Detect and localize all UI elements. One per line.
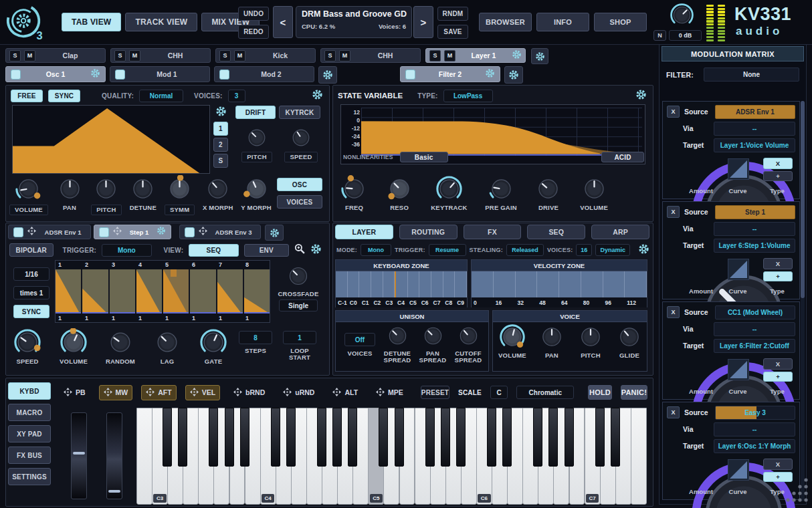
sidebar-xy-pad[interactable]: XY PAD [8, 425, 51, 442]
mod-source-select[interactable]: Step 1 [715, 205, 795, 219]
module-tab-gear-icon[interactable] [90, 68, 100, 81]
osc-waveform-display[interactable] [12, 105, 210, 174]
unison-voices-select[interactable]: Off [344, 333, 375, 346]
env-add-gear-icon[interactable] [265, 225, 284, 241]
toggle-aft[interactable]: AFT [141, 385, 176, 400]
zone-segment[interactable] [419, 271, 431, 297]
hold-button[interactable]: HOLD [588, 385, 612, 400]
drift-pitch-knob[interactable] [245, 126, 269, 150]
mod-type-x-button[interactable]: X [763, 258, 793, 269]
zone-segment[interactable] [348, 271, 360, 297]
step-cell-3[interactable] [110, 269, 135, 313]
layer-tab-layer-1[interactable]: SMLayer 1 [425, 48, 526, 63]
preset-scale-button[interactable]: PRESET [421, 386, 449, 399]
zone-segment[interactable] [383, 271, 395, 297]
mm-filter-select[interactable]: None [704, 68, 799, 82]
white-key-F7[interactable] [631, 408, 647, 505]
bipolar-button[interactable]: BIPOLAR [9, 243, 54, 257]
layer-page-tab-layer[interactable]: LAYER [335, 225, 393, 239]
save-button[interactable]: SAVE [437, 25, 468, 39]
nav-info-button[interactable]: INFO [536, 13, 589, 31]
black-key[interactable] [379, 408, 388, 467]
view-tab-track-view[interactable]: TRACK VIEW [125, 13, 197, 31]
mod-type-plus-button[interactable]: + [763, 171, 793, 181]
mute-button[interactable]: M [444, 50, 455, 61]
layer-page-tab-arp[interactable]: ARP [591, 225, 649, 239]
step-cell-8[interactable] [244, 269, 270, 313]
step-cell-4[interactable] [136, 269, 162, 313]
black-key[interactable] [286, 408, 296, 467]
step-cell-5[interactable] [163, 269, 189, 313]
panic-button[interactable]: PANIC! [621, 385, 647, 400]
module-enable-checkbox[interactable] [405, 70, 415, 80]
mod-via-select[interactable]: -- [714, 122, 795, 136]
toggle-mw[interactable]: MW [99, 385, 133, 400]
nav-browser-button[interactable]: BROWSER [479, 13, 532, 31]
zone-segment[interactable] [395, 271, 408, 297]
zone-segment[interactable] [537, 271, 559, 297]
mono-button[interactable]: N [653, 30, 666, 41]
seq-lag-knob[interactable] [153, 328, 181, 356]
velocity-zone[interactable]: VELOCITY ZONE 0163248648096112 [471, 259, 647, 307]
sidebar-macro[interactable]: MACRO [8, 404, 51, 421]
module-tab-osc-1[interactable]: Osc 1 [5, 66, 106, 82]
sidebar-fx-bus[interactable]: FX BUS [8, 447, 51, 464]
mod-source-select[interactable]: ADSR Env 1 [715, 105, 795, 119]
mode-select[interactable]: Mono [361, 244, 391, 256]
resize-grip[interactable] [784, 476, 811, 507]
mod-curve-button[interactable] [728, 359, 749, 380]
zone-segment[interactable] [625, 271, 647, 297]
seq-speed-knob[interactable] [13, 328, 41, 356]
mod-type-plus-button[interactable]: + [763, 271, 793, 281]
kytrck-button[interactable]: KYTRCK [279, 106, 320, 119]
osc-voices-value[interactable]: 3 [228, 90, 245, 102]
layer-tab-chh[interactable]: SMCHH [110, 48, 211, 63]
modenv-settings-gear-icon[interactable] [310, 243, 322, 257]
voice-pan-knob[interactable] [538, 324, 565, 350]
osc-mode-button[interactable]: OSC [277, 178, 322, 191]
filter-freq-knob[interactable] [340, 175, 368, 203]
step-cell-1[interactable] [56, 269, 81, 313]
undo-button[interactable]: UNDO [238, 7, 269, 21]
unison-detune-spread-knob[interactable] [385, 324, 410, 348]
module-enable-checkbox[interactable] [219, 70, 229, 80]
stealing-select[interactable]: Released [506, 244, 544, 256]
layer-tab-clap[interactable]: SMClap [5, 48, 106, 63]
module-enable-checkbox[interactable] [11, 70, 21, 80]
mod-type-x-button[interactable]: X [763, 459, 793, 470]
zone-segment[interactable] [516, 271, 538, 297]
seq-times-value[interactable]: times 1 [13, 286, 49, 299]
mod-type-x-button[interactable]: X [763, 358, 793, 370]
mod-via-select[interactable]: -- [714, 222, 795, 236]
seq-gate-knob[interactable] [199, 328, 227, 356]
mod-wheel[interactable] [106, 412, 122, 499]
mod-curve-button[interactable] [728, 259, 749, 280]
mod-via-select[interactable]: -- [714, 322, 795, 336]
sidebar-kybd[interactable]: KYBD [8, 382, 51, 400]
filter-volume-knob[interactable] [581, 175, 608, 203]
white-key-B2[interactable] [136, 408, 153, 505]
drag-handle-icon[interactable] [113, 226, 122, 238]
voices-mode-button[interactable]: VOICES [277, 195, 322, 209]
zone-segment[interactable] [359, 271, 371, 297]
black-key[interactable] [548, 408, 558, 467]
module-tab-mod-1[interactable]: Mod 1 [110, 66, 210, 82]
toggle-pb[interactable]: PB [59, 385, 90, 400]
mm-scrollbar[interactable] [801, 101, 805, 501]
filter-add-gear-icon[interactable] [504, 66, 523, 84]
nonlinearities-select[interactable]: Basic [400, 152, 448, 162]
loop-start-value[interactable]: 1 [283, 331, 316, 344]
layer-voices-value[interactable]: 16 [576, 244, 592, 256]
mod-add-gear-icon[interactable] [318, 66, 337, 84]
unison-pan-spread-knob[interactable] [421, 324, 445, 348]
trigger-select[interactable]: Mono [102, 244, 151, 257]
voice-volume-knob[interactable] [499, 324, 526, 350]
layer-page-tab-seq[interactable]: SEQ [527, 225, 585, 239]
black-key[interactable] [225, 408, 234, 467]
mod-type-x-button[interactable]: X [763, 158, 793, 169]
filter-drive-knob[interactable] [534, 175, 562, 203]
env-tab-adsr-env-3[interactable]: ADSR Env 3 [179, 225, 261, 239]
module-enable-checkbox[interactable] [115, 70, 125, 80]
step-cell-7[interactable] [217, 269, 243, 313]
toggle-vel[interactable]: VEL [185, 385, 220, 400]
